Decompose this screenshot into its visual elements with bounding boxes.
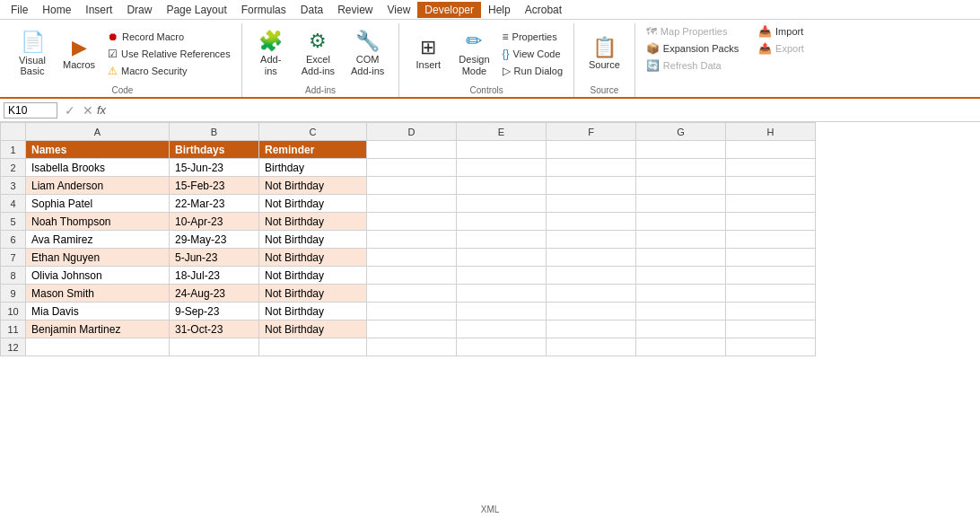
cell-row8-col8[interactable] [726,267,816,285]
cell-row7-col2[interactable]: 5-Jun-23 [170,249,259,267]
properties-button[interactable]: ≡ Properties [499,29,566,45]
cell-row8-col7[interactable] [636,267,726,285]
cell-row12-col5[interactable] [457,338,547,356]
cell-row8-col4[interactable] [367,267,457,285]
cell-row2-col2[interactable]: 15-Jun-23 [170,159,259,177]
insert-button[interactable]: ⊞ Insert [407,24,450,83]
cell-row12-col4[interactable] [367,338,457,356]
expansion-packs-button[interactable]: 📦 Expansion Packs [643,40,755,57]
cell-row11-col6[interactable] [547,320,636,338]
cell-row3-col3[interactable]: Not Birthday [259,177,367,195]
cell-row6-col7[interactable] [636,231,726,249]
cell-reference-box[interactable] [4,102,57,119]
cell-row5-col8[interactable] [726,213,816,231]
cell-row11-col7[interactable] [636,320,726,338]
macros-button[interactable]: ▶ Macros [56,24,102,83]
cell-row5-col7[interactable] [636,213,726,231]
cell-row6-col2[interactable]: 29-May-23 [170,231,259,249]
cell-row2-col5[interactable] [457,159,547,177]
cell-row2-col8[interactable] [726,159,816,177]
cell-row7-col8[interactable] [726,249,816,267]
cell-row9-col4[interactable] [367,285,457,303]
row-num-11[interactable]: 11 [1,320,26,338]
col-header-g[interactable]: G [636,123,726,141]
cell-row3-col2[interactable]: 15-Feb-23 [170,177,259,195]
cell-row2-col7[interactable] [636,159,726,177]
menu-review[interactable]: Review [330,2,380,18]
com-add-ins-button[interactable]: 🔧 COMAdd-ins [344,24,391,83]
menu-help[interactable]: Help [481,2,518,18]
cell-row9-col3[interactable]: Not Birthday [259,285,367,303]
cell-row3-col4[interactable] [367,177,457,195]
menu-acrobat[interactable]: Acrobat [518,2,569,18]
cell-row11-col3[interactable]: Not Birthday [259,320,367,338]
cell-h1[interactable] [726,141,816,159]
cell-row10-col2[interactable]: 9-Sep-23 [170,303,259,320]
cell-row3-col6[interactable] [547,177,636,195]
cell-row11-col4[interactable] [367,320,457,338]
cell-row12-col8[interactable] [726,338,816,356]
export-button[interactable]: 📤 Export [755,40,808,57]
cell-row10-col1[interactable]: Mia Davis [26,303,170,320]
cell-row2-col1[interactable]: Isabella Brooks [26,159,170,177]
cell-row4-col8[interactable] [726,195,816,213]
menu-file[interactable]: File [4,2,35,18]
cell-d1[interactable] [367,141,457,159]
import-button[interactable]: 📥 Import [755,23,808,40]
cell-row12-col2[interactable] [170,338,259,356]
cell-row10-col5[interactable] [457,303,547,320]
cell-row6-col6[interactable] [547,231,636,249]
cell-row6-col5[interactable] [457,231,547,249]
cell-row7-col4[interactable] [367,249,457,267]
menu-draw[interactable]: Draw [119,2,159,18]
row-num-3[interactable]: 3 [1,177,26,195]
macro-security-button[interactable]: ⚠ Macro Security [104,63,234,79]
cell-row6-col4[interactable] [367,231,457,249]
menu-view[interactable]: View [381,2,418,18]
col-header-d[interactable]: D [367,123,457,141]
row-num-12[interactable]: 12 [1,338,26,356]
cell-row10-col7[interactable] [636,303,726,320]
cell-row7-col5[interactable] [457,249,547,267]
cell-row8-col2[interactable]: 18-Jul-23 [170,267,259,285]
cell-row11-col8[interactable] [726,320,816,338]
row-num-7[interactable]: 7 [1,249,26,267]
map-properties-button[interactable]: 🗺 Map Properties [643,23,755,40]
row-num-8[interactable]: 8 [1,267,26,285]
cell-row4-col3[interactable]: Not Birthday [259,195,367,213]
row-num-1[interactable]: 1 [1,141,26,159]
row-num-5[interactable]: 5 [1,213,26,231]
col-header-a[interactable]: A [26,123,170,141]
cell-row7-col7[interactable] [636,249,726,267]
cell-row8-col3[interactable]: Not Birthday [259,267,367,285]
run-dialog-button[interactable]: ▷ Run Dialog [499,63,566,79]
col-header-b[interactable]: B [170,123,259,141]
col-header-e[interactable]: E [457,123,547,141]
cell-row6-col3[interactable]: Not Birthday [259,231,367,249]
record-macro-button[interactable]: ⏺ Record Macro [104,29,234,45]
row-num-10[interactable]: 10 [1,303,26,320]
row-num-9[interactable]: 9 [1,285,26,303]
col-header-c[interactable]: C [259,123,367,141]
cell-row2-col6[interactable] [547,159,636,177]
cell-row12-col7[interactable] [636,338,726,356]
cell-row3-col8[interactable] [726,177,816,195]
cell-row2-col4[interactable] [367,159,457,177]
row-num-2[interactable]: 2 [1,159,26,177]
cell-a1[interactable]: Names [26,141,170,159]
row-num-6[interactable]: 6 [1,231,26,249]
cell-row7-col3[interactable]: Not Birthday [259,249,367,267]
cell-row5-col4[interactable] [367,213,457,231]
cell-row4-col6[interactable] [547,195,636,213]
cell-row9-col1[interactable]: Mason Smith [26,285,170,303]
cell-row10-col6[interactable] [547,303,636,320]
cell-row10-col3[interactable]: Not Birthday [259,303,367,320]
col-header-h[interactable]: H [726,123,816,141]
source-button[interactable]: 📋 Source [582,24,627,83]
use-relative-button[interactable]: ☑ Use Relative References [104,46,234,62]
excel-add-ins-button[interactable]: ⚙ ExcelAdd-ins [294,24,342,83]
cell-b1[interactable]: Birthdays [170,141,259,159]
cell-row8-col5[interactable] [457,267,547,285]
cell-row12-col3[interactable] [259,338,367,356]
menu-developer[interactable]: Developer [417,2,481,18]
